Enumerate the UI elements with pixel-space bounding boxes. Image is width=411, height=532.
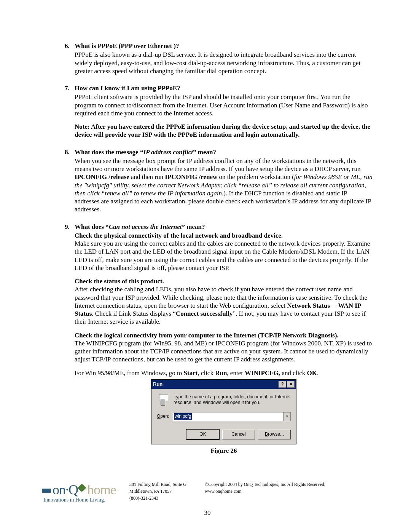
ok-button[interactable]: OK: [186, 430, 219, 439]
addr-line2: Middletown, PA 17057: [129, 488, 186, 495]
page-footer: on·Q home Innovations in Home Living. 30…: [42, 481, 373, 517]
paragraph: Note: After you have entered the PPPoE i…: [75, 123, 373, 139]
paragraph: PPPoE is also known as a dial-up DSL ser…: [75, 51, 373, 75]
paragraph: Check the physical connectivity of the l…: [75, 232, 373, 272]
figure-caption: Figure 26: [75, 447, 373, 455]
run-dialog-titlebar: Run ? ✕: [151, 380, 296, 389]
item-title: How can I know if I am using PPPoE?: [75, 85, 180, 92]
item-body: When you see the message box prompt for …: [75, 157, 373, 214]
copyright: ©Copyright 2004 by OnQ Technologies, Inc…: [205, 481, 325, 488]
item-title: What is PPPoE (PPP over Ethernet )?: [75, 42, 179, 50]
run-dialog-row-open: Open: winipcfg ▾: [157, 412, 291, 421]
cancel-button-label: Cancel: [231, 431, 245, 437]
open-combobox[interactable]: winipcfg ▾: [173, 412, 291, 421]
open-label-rest: pen:: [160, 414, 169, 419]
logo-tagline: Innovations in Home Living.: [42, 497, 118, 503]
item-body: PPPoE client software is provided by the…: [75, 93, 373, 139]
item-number: 7.: [65, 84, 70, 92]
footer-address: 301 Fulling Mill Road, Suite G Middletow…: [129, 481, 186, 502]
item-number: 6.: [65, 42, 70, 50]
addr-line1: 301 Fulling Mill Road, Suite G: [129, 481, 186, 488]
addr-phone: (800)-321-2343: [129, 495, 186, 502]
faq-list: 6. What is PPPoE (PPP over Ethernet )? P…: [65, 42, 373, 455]
browse-button-u: B: [265, 431, 268, 437]
item-number: 8.: [65, 148, 70, 156]
item-body: Check the physical connectivity of the l…: [75, 232, 373, 377]
run-icon: [157, 394, 170, 406]
paragraph: Check the logical connectivity from your…: [75, 331, 373, 364]
item-title: What does the message “IP address confli…: [75, 149, 216, 156]
logo-bar-icon: [42, 489, 51, 493]
faq-item-8: 8. What does the message “IP address con…: [65, 148, 373, 214]
logo: on·Q home Innovations in Home Living.: [42, 482, 118, 503]
run-dialog-body: Type the name of a program, folder, docu…: [151, 389, 296, 444]
document-page: 6. What is PPPoE (PPP over Ethernet )? P…: [0, 0, 411, 532]
logo-home-text: home: [87, 482, 116, 498]
open-label: Open:: [157, 414, 173, 419]
paragraph: For Win 95/98/ME, from Windows, go to St…: [75, 369, 373, 377]
chevron-down-icon[interactable]: ▾: [283, 412, 290, 421]
logo-on-text: on·Q: [53, 482, 78, 498]
faq-item-7: 7. How can I know if I am using PPPoE? P…: [65, 84, 373, 139]
page-number: 30: [42, 509, 373, 517]
footer-top: on·Q home Innovations in Home Living. 30…: [42, 481, 373, 503]
run-dialog-row-desc: Type the name of a program, folder, docu…: [157, 394, 291, 406]
browse-button[interactable]: Browse...: [258, 430, 291, 439]
website: www.onqhome.com: [205, 488, 325, 495]
paragraph: When you see the message box prompt for …: [75, 157, 373, 214]
ok-button-label: OK: [199, 431, 206, 437]
run-dialog-buttons: OK Cancel Browse...: [157, 430, 291, 439]
open-input-value: winipcfg: [174, 413, 192, 420]
browse-button-rest: rowse...: [268, 431, 284, 437]
logo-leaf-icon: [78, 484, 86, 492]
open-label-u: O: [157, 414, 160, 419]
close-button[interactable]: ✕: [287, 381, 295, 388]
item-body: PPPoE is also known as a dial-up DSL ser…: [75, 51, 373, 75]
cancel-button[interactable]: Cancel: [222, 430, 255, 439]
faq-item-9: 9. What does “Can not access the Interne…: [65, 223, 373, 455]
logo-line: on·Q home: [42, 482, 118, 498]
item-title: What does “Can not access the Internet” …: [75, 223, 205, 230]
run-description: Type the name of a program, folder, docu…: [174, 394, 291, 406]
help-button[interactable]: ?: [279, 381, 286, 388]
run-dialog: Run ? ✕ Type the name of a program, fold…: [151, 379, 296, 444]
footer-info: 301 Fulling Mill Road, Suite G Middletow…: [118, 481, 373, 503]
run-dialog-title: Run: [153, 381, 278, 387]
footer-legal: ©Copyright 2004 by OnQ Technologies, Inc…: [205, 481, 325, 502]
paragraph: PPPoE client software is provided by the…: [75, 93, 373, 117]
faq-item-6: 6. What is PPPoE (PPP over Ethernet )? P…: [65, 42, 373, 75]
paragraph: Check the status of this product.After c…: [75, 277, 373, 326]
item-number: 9.: [65, 223, 70, 231]
